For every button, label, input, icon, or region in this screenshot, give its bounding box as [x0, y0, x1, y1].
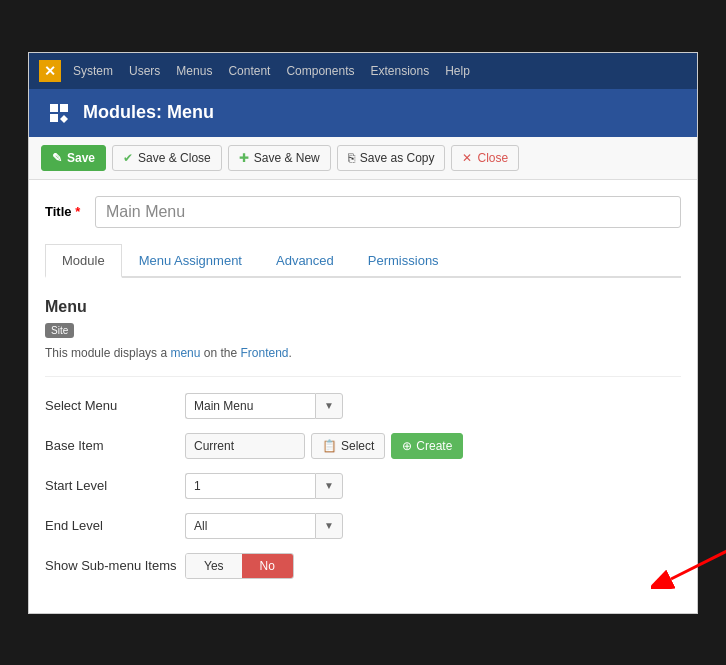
- page-title: Modules: Menu: [83, 102, 214, 123]
- title-row: Title *: [45, 196, 681, 228]
- plus-circle-icon: ⊕: [402, 439, 412, 453]
- nav-system[interactable]: System: [73, 64, 113, 78]
- tab-module[interactable]: Module: [45, 244, 122, 278]
- annotation-arrow: [651, 529, 726, 589]
- end-level-value: All: [185, 513, 315, 539]
- select-menu-value: Main Menu: [185, 393, 315, 419]
- content-area: Title * Module Menu Assignment Advanced …: [29, 180, 697, 613]
- select-menu-dropdown[interactable]: Main Menu ▼: [185, 393, 343, 419]
- end-level-arrow-icon[interactable]: ▼: [315, 513, 343, 539]
- page-header: Modules: Menu: [29, 89, 697, 137]
- start-level-arrow-icon[interactable]: ▼: [315, 473, 343, 499]
- title-label: Title *: [45, 204, 85, 219]
- end-level-label: End Level: [45, 518, 185, 533]
- plus-icon: ✚: [239, 151, 249, 165]
- nav-users[interactable]: Users: [129, 64, 160, 78]
- menu-link[interactable]: menu: [170, 346, 200, 360]
- svg-line-1: [671, 534, 726, 579]
- select-button[interactable]: 📋 Select: [311, 433, 385, 459]
- save-button[interactable]: ✎ Save: [41, 145, 106, 171]
- separator: [45, 376, 681, 377]
- end-level-row: End Level All ▼: [45, 513, 681, 539]
- module-section: Menu Site This module displays a menu on…: [45, 294, 681, 597]
- end-level-dropdown[interactable]: All ▼: [185, 513, 343, 539]
- joomla-logo: ✕: [39, 60, 61, 82]
- start-level-value: 1: [185, 473, 315, 499]
- select-menu-label: Select Menu: [45, 398, 185, 413]
- copy-icon: ⎘: [348, 151, 355, 165]
- show-submenu-row: Show Sub-menu Items Yes No: [45, 553, 681, 579]
- save-icon: ✎: [52, 151, 62, 165]
- create-button[interactable]: ⊕ Create: [391, 433, 463, 459]
- nav-help[interactable]: Help: [445, 64, 470, 78]
- tab-advanced[interactable]: Advanced: [259, 244, 351, 278]
- toggle-group: Yes No: [185, 553, 294, 579]
- dropdown-arrow-icon[interactable]: ▼: [315, 393, 343, 419]
- start-level-row: Start Level 1 ▼: [45, 473, 681, 499]
- tab-bar: Module Menu Assignment Advanced Permissi…: [45, 244, 681, 278]
- base-item-label: Base Item: [45, 438, 185, 453]
- module-description: This module displays a menu on the Front…: [45, 346, 681, 360]
- nav-bar: ✕ System Users Menus Content Components …: [29, 53, 697, 89]
- toggle-no-button[interactable]: No: [242, 554, 293, 578]
- tab-permissions[interactable]: Permissions: [351, 244, 456, 278]
- select-icon: 📋: [322, 439, 337, 453]
- save-copy-button[interactable]: ⎘ Save as Copy: [337, 145, 446, 171]
- toolbar: ✎ Save ✔ Save & Close ✚ Save & New ⎘ Sav…: [29, 137, 697, 180]
- section-title: Menu: [45, 298, 681, 316]
- start-level-label: Start Level: [45, 478, 185, 493]
- toggle-yes-button[interactable]: Yes: [186, 554, 242, 578]
- check-icon: ✔: [123, 151, 133, 165]
- base-item-value: Current: [185, 433, 305, 459]
- module-icon: [45, 99, 73, 127]
- frontend-link[interactable]: Frontend: [240, 346, 288, 360]
- show-submenu-label: Show Sub-menu Items: [45, 558, 185, 573]
- site-badge: Site: [45, 323, 74, 338]
- save-close-button[interactable]: ✔ Save & Close: [112, 145, 222, 171]
- save-new-button[interactable]: ✚ Save & New: [228, 145, 331, 171]
- nav-links: System Users Menus Content Components Ex…: [73, 64, 470, 78]
- tab-menu-assignment[interactable]: Menu Assignment: [122, 244, 259, 278]
- nav-content[interactable]: Content: [228, 64, 270, 78]
- base-item-row: Base Item Current 📋 Select ⊕ Create: [45, 433, 681, 459]
- close-button[interactable]: ✕ Close: [451, 145, 519, 171]
- close-icon: ✕: [462, 151, 472, 165]
- title-input[interactable]: [95, 196, 681, 228]
- nav-components[interactable]: Components: [286, 64, 354, 78]
- start-level-dropdown[interactable]: 1 ▼: [185, 473, 343, 499]
- nav-extensions[interactable]: Extensions: [370, 64, 429, 78]
- nav-menus[interactable]: Menus: [176, 64, 212, 78]
- select-menu-row: Select Menu Main Menu ▼: [45, 393, 681, 419]
